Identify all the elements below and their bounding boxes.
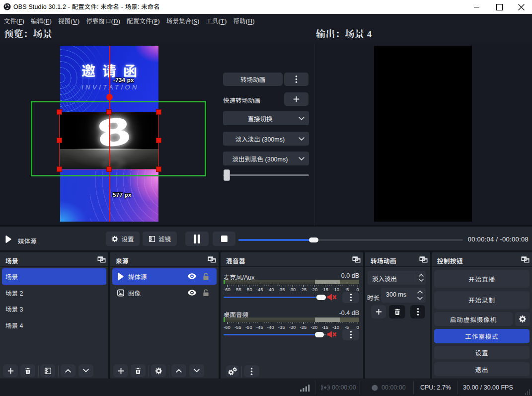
- resize-handle-sw[interactable]: [57, 166, 62, 172]
- volume-slider-handle[interactable]: [316, 295, 326, 300]
- duration-spinbox[interactable]: 300 ms: [381, 288, 426, 303]
- resize-handle-w[interactable]: [57, 138, 62, 143]
- menu-item[interactable]: 帮助(H): [230, 16, 258, 25]
- program-output-canvas[interactable]: [374, 46, 472, 222]
- studio-mode-button[interactable]: 工作室模式: [434, 329, 530, 343]
- menu-item-mnemonic: V: [73, 16, 77, 25]
- mixer-channel-menu-button[interactable]: [342, 292, 359, 303]
- menu-item[interactable]: 文件(F): [0, 16, 27, 25]
- scene-list-item-4[interactable]: 场景 4: [2, 317, 106, 333]
- selection-outline[interactable]: [59, 112, 159, 169]
- virtual-camera-button[interactable]: 启动虚拟摄像机: [434, 312, 513, 326]
- settings-button[interactable]: 设置: [434, 346, 530, 359]
- source-properties-button[interactable]: [151, 364, 166, 377]
- source-down-button[interactable]: [189, 364, 204, 377]
- media-filters-button[interactable]: 滤镜: [143, 232, 177, 246]
- transition-menu-button[interactable]: [284, 73, 308, 86]
- maximize-button[interactable]: [488, 0, 511, 14]
- spin-down-icon[interactable]: [417, 297, 423, 300]
- add-transition-button[interactable]: [371, 305, 386, 318]
- mixer-dock-header[interactable]: 混音器: [221, 252, 363, 267]
- mixer-menu-button[interactable]: [244, 365, 259, 377]
- mixer-channel-menu-button[interactable]: [342, 329, 359, 340]
- popout-icon[interactable]: [97, 256, 106, 263]
- scene-down-button[interactable]: [78, 364, 93, 377]
- source-up-button[interactable]: [171, 364, 186, 377]
- add-scene-button[interactable]: [3, 364, 18, 377]
- exit-button[interactable]: 退出: [434, 362, 530, 376]
- media-stop-button[interactable]: [213, 232, 235, 246]
- chevron-up-icon: [65, 367, 72, 374]
- resize-grip[interactable]: [525, 389, 531, 395]
- resize-handle-s[interactable]: [106, 166, 112, 172]
- menu-item[interactable]: 场景集合(S): [163, 16, 203, 25]
- add-quick-transition-button[interactable]: [284, 92, 308, 106]
- menu-item[interactable]: 编辑(E): [27, 16, 55, 25]
- resize-handle-n[interactable]: [106, 109, 112, 115]
- volume-slider-handle[interactable]: [315, 332, 324, 337]
- scenes-dock-header[interactable]: 场景: [0, 252, 108, 267]
- popout-icon[interactable]: [521, 256, 530, 263]
- quick-transition-fade-black-select[interactable]: 淡出到黑色 (300ms): [223, 152, 309, 165]
- menu-item-text: ): [118, 16, 120, 25]
- transition-button[interactable]: 转场动画: [223, 73, 283, 86]
- button-label: 滤镜: [158, 234, 171, 243]
- add-source-button[interactable]: [113, 364, 128, 377]
- tbar-slider-handle[interactable]: [224, 169, 230, 181]
- source-list-item-media[interactable]: 媒体源: [112, 268, 217, 285]
- volume-slider[interactable]: [224, 295, 326, 300]
- close-button[interactable]: [510, 0, 532, 14]
- resize-handle-ne[interactable]: [156, 109, 161, 115]
- mute-speaker-icon[interactable]: [327, 331, 337, 338]
- source-list-item-image[interactable]: 图像: [112, 285, 217, 301]
- lock-icon[interactable]: [203, 289, 217, 297]
- menu-item[interactable]: 视图(V): [55, 16, 82, 25]
- transitions-dock-header[interactable]: 转场动画: [365, 252, 430, 267]
- quick-transition-fade-select[interactable]: 淡入淡出 (300ms): [223, 132, 309, 146]
- tbar-slider-track[interactable]: [223, 174, 309, 176]
- resize-handle-se[interactable]: [156, 166, 161, 172]
- scene-list-item-2[interactable]: 场景 2: [2, 285, 106, 301]
- volume-slider[interactable]: [224, 332, 326, 337]
- menu-item[interactable]: 停靠窗口(D): [83, 16, 124, 25]
- minimize-button[interactable]: [465, 0, 488, 14]
- spin-up-icon[interactable]: [419, 274, 424, 277]
- media-properties-button[interactable]: 设置: [106, 232, 140, 246]
- menu-item[interactable]: 工具(T): [203, 16, 230, 25]
- start-recording-button[interactable]: 开始录制: [434, 291, 530, 309]
- resize-handle-e[interactable]: [156, 138, 161, 143]
- menu-item-text: ): [225, 16, 227, 25]
- popout-icon[interactable]: [352, 256, 361, 263]
- visibility-eye-icon[interactable]: [188, 273, 203, 279]
- scene-list-item-3[interactable]: 场景 3: [2, 301, 106, 317]
- controls-dock-header[interactable]: 控制按钮: [432, 252, 532, 267]
- mute-speaker-icon[interactable]: [327, 294, 337, 301]
- spin-up-icon[interactable]: [417, 290, 423, 294]
- menu-item-text: 编辑(: [31, 16, 46, 25]
- sources-dock-header[interactable]: 来源: [110, 252, 219, 267]
- advanced-audio-button[interactable]: [226, 365, 239, 377]
- scene-list-item-1[interactable]: 场景: [2, 268, 106, 285]
- popout-icon[interactable]: [208, 256, 216, 263]
- remove-source-button[interactable]: [131, 364, 146, 377]
- media-pause-button[interactable]: [185, 232, 209, 246]
- remove-scene-button[interactable]: [20, 364, 35, 377]
- resize-handle-nw[interactable]: [57, 109, 62, 115]
- scene-filters-button[interactable]: [40, 364, 55, 377]
- transition-menu-button[interactable]: [410, 305, 425, 318]
- remove-transition-button[interactable]: [389, 305, 405, 318]
- popout-icon[interactable]: [419, 256, 428, 263]
- lock-icon[interactable]: [203, 273, 217, 280]
- menu-item[interactable]: 配置文件(P): [123, 16, 163, 25]
- media-seek-handle[interactable]: [309, 238, 318, 242]
- spin-down-icon[interactable]: [419, 279, 424, 282]
- transition-select[interactable]: 淡入淡出: [368, 271, 426, 285]
- volume-meter: [224, 317, 359, 322]
- scene-up-button[interactable]: [61, 364, 76, 377]
- quick-transition-cut-select[interactable]: 直接切换: [223, 111, 309, 125]
- media-seek-progress: [238, 239, 309, 241]
- visibility-eye-icon[interactable]: [188, 290, 203, 296]
- start-streaming-button[interactable]: 开始直播: [434, 270, 530, 288]
- virtual-camera-config-button[interactable]: [515, 312, 530, 326]
- filter-icon: [44, 367, 52, 375]
